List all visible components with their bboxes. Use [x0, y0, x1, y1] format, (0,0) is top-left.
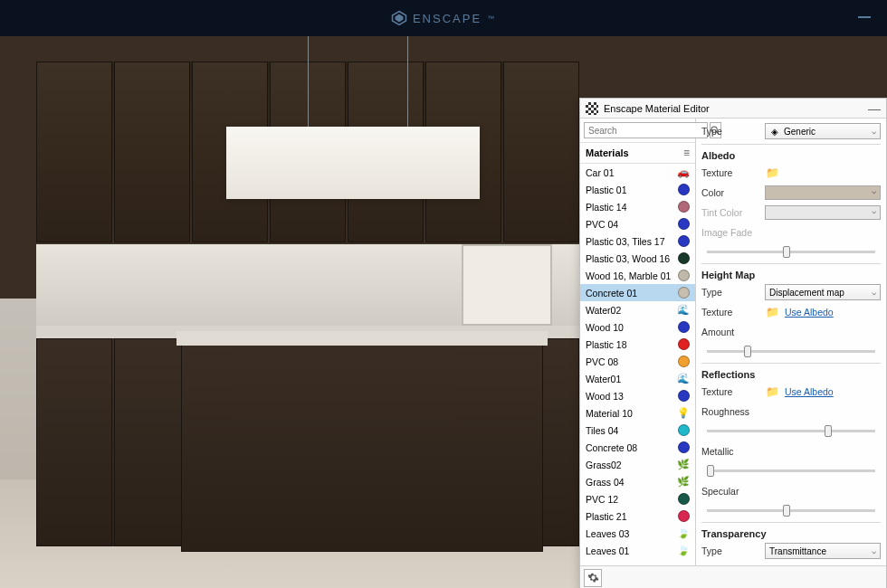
roughness-slider[interactable] — [701, 422, 881, 439]
leaf-icon: 🍃 — [677, 545, 690, 557]
use-albedo-link[interactable]: Use Albedo — [785, 307, 834, 318]
material-name: Concrete 08 — [586, 442, 637, 453]
material-name: Car 01 — [586, 167, 615, 178]
material-swatch — [678, 184, 690, 195]
material-item[interactable]: PVC 04 — [580, 215, 695, 232]
material-swatch — [678, 441, 690, 453]
amount-label: Amount — [701, 327, 759, 337]
refl-texture-label: Texture — [701, 386, 759, 397]
material-item[interactable]: Water02🌊 — [580, 301, 695, 318]
material-item[interactable]: Concrete 01 — [580, 284, 695, 301]
material-swatch — [678, 356, 690, 367]
material-item[interactable]: Wood 13 — [580, 387, 695, 404]
svg-marker-1 — [395, 14, 403, 23]
material-name: Grass 04 — [586, 477, 625, 488]
heightmap-header: Height Map — [701, 270, 881, 280]
material-item[interactable]: Plastic 03, Tiles 17 — [580, 232, 695, 250]
material-name: Plastic 14 — [586, 202, 627, 213]
heightmap-type-dropdown[interactable]: Displacement map — [765, 284, 881, 300]
material-name: PVC 12 — [586, 494, 618, 505]
material-name: Wood 16, Marble 01 — [586, 270, 671, 281]
material-name: Plastic 01 — [586, 185, 627, 195]
gear-icon — [587, 572, 599, 583]
material-item[interactable]: PVC 12 — [580, 490, 695, 507]
hm-texture-label: Texture — [701, 307, 759, 318]
materials-list[interactable]: Car 01🚗Plastic 01Plastic 14PVC 04Plastic… — [580, 164, 695, 565]
folder-icon[interactable]: 📁 — [765, 166, 779, 179]
material-swatch — [678, 287, 690, 299]
material-swatch — [678, 270, 690, 281]
search-input[interactable] — [584, 122, 708, 138]
grass-icon: 🌿 — [677, 459, 690, 471]
material-item[interactable]: Leaves 03🍃 — [580, 525, 695, 542]
material-swatch — [678, 493, 690, 505]
leaf-icon: 🍃 — [677, 527, 690, 540]
tint-color-picker — [765, 205, 881, 220]
app-name: ENSCAPE — [413, 12, 482, 25]
metallic-label: Metallic — [701, 446, 759, 457]
material-swatch — [678, 201, 690, 213]
material-item[interactable]: Material 10💡 — [580, 404, 695, 422]
material-item[interactable]: Tiles 04 — [580, 422, 695, 439]
transparency-header: Transparency — [701, 528, 881, 539]
materials-list-column: Materials ≡ Car 01🚗Plastic 01Plastic 14P… — [580, 119, 696, 565]
metallic-slider[interactable] — [701, 462, 881, 479]
material-name: Plastic 03, Tiles 17 — [586, 236, 665, 247]
albedo-header: Albedo — [701, 150, 881, 161]
material-name: Leaves 03 — [586, 528, 629, 539]
specular-label: Specular — [701, 486, 759, 497]
material-item[interactable]: Concrete 08 — [580, 439, 695, 456]
panel-minimize-button[interactable]: — — [868, 101, 881, 116]
panel-title: Enscape Material Editor — [604, 103, 710, 114]
color-label: Color — [701, 187, 759, 198]
material-swatch — [678, 321, 690, 333]
use-albedo-link[interactable]: Use Albedo — [785, 386, 834, 397]
material-item[interactable]: Grass02🌿 — [580, 456, 695, 473]
specular-slider[interactable] — [701, 502, 881, 518]
type-dropdown[interactable]: ◈ Generic — [765, 123, 881, 139]
folder-icon[interactable]: 📁 — [765, 385, 779, 398]
folder-icon[interactable]: 📁 — [765, 306, 779, 318]
material-item[interactable]: Car 01🚗 — [580, 164, 695, 181]
panel-titlebar[interactable]: Enscape Material Editor — — [580, 99, 886, 119]
amount-slider[interactable] — [701, 343, 881, 359]
material-name: Wood 10 — [586, 322, 624, 333]
material-swatch — [678, 338, 690, 350]
enscape-logo-icon — [391, 10, 407, 26]
app-titlebar: ENSCAPE™ — [0, 0, 887, 36]
material-swatch — [678, 235, 690, 247]
properties-column: Type ◈ Generic Albedo Texture 📁 Color Ti… — [696, 119, 886, 565]
transparency-type-dropdown[interactable]: Transmittance — [765, 543, 881, 559]
material-item[interactable]: Grass 04🌿 — [580, 473, 695, 490]
material-name: PVC 04 — [586, 219, 618, 230]
tint-color-label: Tint Color — [701, 207, 759, 218]
material-name: Water02 — [586, 305, 621, 316]
material-item[interactable]: Wood 16, Marble 01 — [580, 267, 695, 284]
material-name: Leaves 01 — [586, 545, 629, 556]
material-item[interactable]: Water01🌊 — [580, 370, 695, 387]
material-name: PVC 08 — [586, 356, 618, 367]
material-name: Plastic 18 — [586, 339, 627, 350]
material-item[interactable]: Plastic 01 — [580, 181, 695, 198]
material-item[interactable]: Leaves 01🍃 — [580, 542, 695, 559]
list-menu-icon[interactable]: ≡ — [683, 147, 690, 159]
material-swatch — [678, 510, 690, 522]
material-item[interactable]: Wood 10 — [580, 318, 695, 336]
material-item[interactable]: Plastic 21 — [580, 507, 695, 525]
trans-type-label: Type — [701, 545, 759, 556]
color-picker[interactable] — [765, 185, 881, 200]
type-label: Type — [701, 126, 759, 137]
material-name: Plastic 21 — [586, 511, 627, 522]
material-item[interactable]: Plastic 03, Wood 16 — [580, 250, 695, 267]
image-fade-label: Image Fade — [701, 227, 759, 238]
generic-type-icon: ◈ — [769, 126, 780, 137]
material-name: Tiles 04 — [586, 425, 618, 436]
material-swatch — [678, 424, 690, 436]
material-item[interactable]: Plastic 18 — [580, 336, 695, 353]
material-item[interactable]: Plastic 14 — [580, 198, 695, 215]
material-item[interactable]: PVC 08 — [580, 353, 695, 370]
material-name: Wood 13 — [586, 391, 624, 402]
settings-button[interactable] — [584, 569, 602, 587]
checker-icon — [586, 102, 598, 115]
minimize-button[interactable] — [858, 16, 871, 18]
